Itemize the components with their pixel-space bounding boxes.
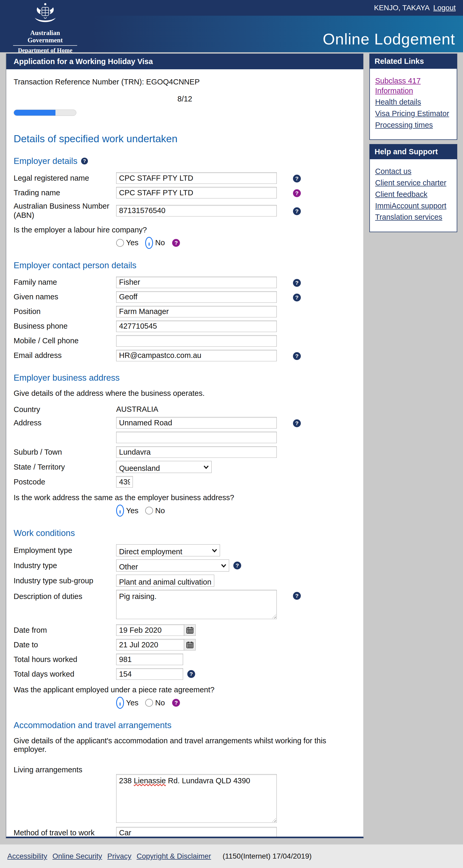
sidebar-link-translation-services[interactable]: Translation services	[375, 212, 452, 222]
field-postcode: Postcode	[13, 476, 356, 488]
help-icon[interactable]: ?	[293, 352, 301, 360]
postcode-input[interactable]	[116, 476, 133, 488]
address-line1-input[interactable]	[116, 417, 277, 429]
piece-rate-no-radio[interactable]	[145, 699, 153, 707]
field-label: Total days worked	[13, 670, 116, 679]
section-work-conditions: Work conditions	[13, 528, 356, 538]
employment-type-value: Direct employment	[119, 548, 182, 556]
version-text: (1150(Internet) 17/04/2019)	[223, 852, 312, 860]
trading-name-input[interactable]	[116, 187, 277, 198]
sidebar-link-immiaccount-support[interactable]: ImmiAccount support	[375, 201, 452, 211]
question-text: Is the employer a labour hire company?	[13, 226, 356, 234]
related-links-title: Related Links	[369, 54, 457, 69]
total-hours-input[interactable]	[116, 654, 183, 665]
field-label: Given names	[13, 292, 116, 302]
given-names-input[interactable]	[116, 291, 277, 303]
help-icon[interactable]: ?	[293, 592, 301, 600]
field-legal-name: Legal registered name ?	[13, 172, 356, 184]
field-label: Position	[13, 307, 116, 316]
mobile-phone-input[interactable]	[116, 335, 277, 347]
piece-rate-yes-radio[interactable]	[116, 697, 124, 709]
business-phone-input[interactable]	[116, 320, 277, 332]
email-input[interactable]	[116, 350, 277, 361]
field-label: Date to	[13, 640, 116, 649]
field-label: Date from	[13, 626, 116, 635]
help-icon[interactable]: ?	[293, 175, 301, 183]
help-icon[interactable]: ?	[233, 562, 241, 569]
sidebar-link-client-feedback[interactable]: Client feedback	[375, 190, 452, 199]
date-from-input[interactable]	[116, 624, 184, 636]
industry-subgroup-select[interactable]: Plant and animal cultivation	[116, 575, 214, 587]
logout-link[interactable]: Logout	[433, 4, 456, 12]
help-icon[interactable]: ?	[293, 207, 301, 215]
chevron-down-icon	[221, 564, 226, 567]
address-intro: Give details of the address where the bu…	[13, 389, 356, 398]
total-days-input[interactable]	[116, 668, 183, 680]
field-label: Suburb / Town	[13, 447, 116, 457]
sidebar-link-client-service-charter[interactable]: Client service charter	[375, 178, 452, 188]
chevron-down-icon	[203, 465, 209, 469]
help-icon[interactable]: ?	[293, 279, 301, 287]
field-industry-subgroup: Industry type sub-group Plant and animal…	[13, 575, 356, 587]
field-mobile-phone: Mobile / Cell phone	[13, 335, 356, 347]
sidebar-link-processing-times[interactable]: Processing times	[375, 120, 452, 130]
sidebar-link-subclass-417-information[interactable]: Subclass 417 Information	[375, 76, 452, 96]
field-industry-type: Industry type Other ?	[13, 559, 356, 571]
labour-hire-yes-radio[interactable]	[116, 239, 124, 247]
footer-link-copyright-disclaimer[interactable]: Copyright & Disclaimer	[137, 852, 211, 860]
state-select[interactable]: Queensland	[116, 461, 212, 473]
position-input[interactable]	[116, 306, 277, 317]
living-arrangements-textarea[interactable]: 238 Lienassie Rd. Lundavra QLD 4390	[116, 774, 277, 823]
living-text-misspelled: Lienassie	[134, 776, 166, 785]
same-address-yes-radio[interactable]	[116, 504, 124, 517]
help-support-title: Help and Support	[369, 144, 457, 159]
government-logo: Australian Government Department of Home…	[13, 2, 77, 61]
accommodation-intro: Give details of the applicant's accommod…	[13, 737, 356, 754]
field-abn: Australian Business Number (ABN) ?	[13, 202, 356, 220]
field-label: Trading name	[13, 188, 116, 197]
suburb-input[interactable]	[116, 446, 277, 458]
address-line2-input[interactable]	[116, 432, 277, 443]
question-piece-rate: Was the applicant employed under a piece…	[13, 685, 356, 709]
family-name-input[interactable]	[116, 277, 277, 288]
progress-bar	[13, 110, 77, 116]
field-label: Description of duties	[13, 590, 116, 601]
sidebar-link-health-details[interactable]: Health details	[375, 97, 452, 107]
living-text: Rd. Lundavra QLD 4390	[166, 776, 250, 785]
footer-link-online-security[interactable]: Online Security	[52, 852, 102, 860]
help-icon[interactable]: ?	[172, 239, 180, 247]
page-title: Details of specified work undertaken	[13, 133, 356, 145]
same-address-no-radio[interactable]	[145, 507, 153, 515]
section-employer-details: Employer details ?	[13, 156, 356, 166]
date-to-calendar-button[interactable]	[184, 639, 196, 650]
help-icon[interactable]: ?	[172, 699, 180, 707]
industry-type-select[interactable]: Other	[116, 559, 229, 571]
date-to-input[interactable]	[116, 639, 184, 650]
step-indicator: 8/12	[13, 95, 356, 103]
labour-hire-no-radio[interactable]	[145, 237, 153, 249]
abn-input[interactable]	[116, 205, 277, 216]
trn-text: Transaction Reference Number (TRN): EGOQ…	[13, 78, 356, 86]
sidebar-link-contact-us[interactable]: Contact us	[375, 166, 452, 177]
field-label: Australian Business Number (ABN)	[13, 202, 116, 220]
help-icon[interactable]: ?	[81, 158, 88, 164]
duties-textarea[interactable]: Pig raising.	[116, 590, 277, 619]
help-icon[interactable]: ?	[293, 189, 301, 197]
sidebar-link-visa-pricing-estimator[interactable]: Visa Pricing Estimator	[375, 109, 452, 119]
field-label: Country	[13, 405, 116, 414]
footer-link-privacy[interactable]: Privacy	[107, 852, 131, 860]
field-email: Email address ?	[13, 350, 356, 361]
legal-name-input[interactable]	[116, 172, 277, 184]
footer-link-accessibility[interactable]: Accessibility	[7, 852, 47, 860]
help-icon[interactable]: ?	[187, 670, 195, 678]
date-from-calendar-button[interactable]	[184, 624, 196, 636]
method-travel-input[interactable]	[116, 827, 277, 838]
help-icon[interactable]: ?	[293, 293, 301, 302]
progress-fill	[14, 110, 55, 116]
employment-type-select[interactable]: Direct employment	[116, 544, 220, 556]
calendar-icon	[186, 641, 194, 648]
field-label: Business phone	[13, 321, 116, 331]
related-links-panel: Related Links Subclass 417 Information H…	[369, 54, 457, 140]
field-address1: Address ?	[13, 417, 356, 429]
help-icon[interactable]: ?	[293, 420, 301, 427]
